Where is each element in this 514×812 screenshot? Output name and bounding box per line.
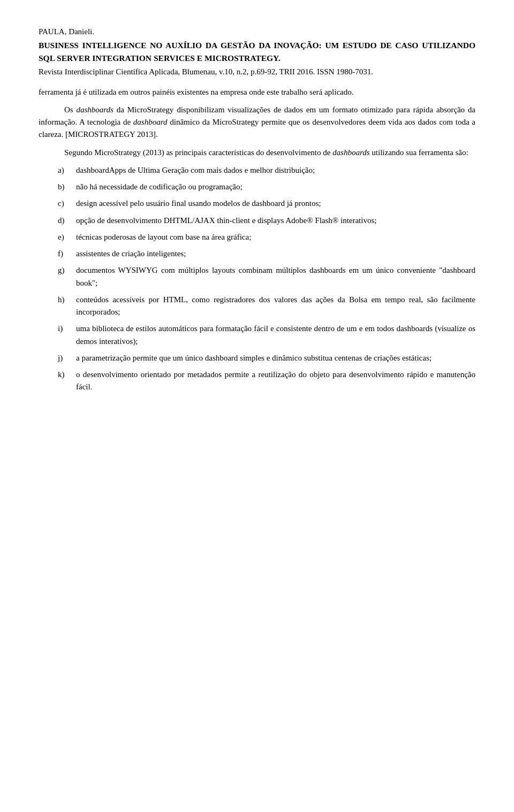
list-item-label: c) (58, 197, 76, 210)
p3-italic: dashboards (332, 148, 369, 157)
list-item-content: a parametrização permite que um único da… (76, 352, 475, 364)
list-item: e)técnicas poderosas de layout com base … (58, 231, 475, 243)
list-item-content: não há necessidade de codificação ou pro… (76, 181, 475, 193)
list-item-label: f) (58, 248, 76, 260)
list-item-label: g) (58, 264, 76, 277)
header-block: PAULA, Danieli. BUSINESS INTELLIGENCE NO… (39, 26, 475, 79)
list-item: b)não há necessidade de codificação ou p… (58, 181, 475, 193)
header-journal: Revista Interdisciplinar Científica Apli… (39, 66, 475, 78)
list-item-label: e) (58, 231, 76, 243)
list-item-label: k) (58, 369, 76, 381)
paragraph-1-text: ferramenta já é utilizada em outros pain… (39, 88, 354, 96)
p3-before: Segundo MicroStrategy (2013) as principa… (64, 148, 332, 157)
list-item: k)o desenvolvimento orientado por metada… (58, 369, 475, 394)
list-item-content: assistentes de criação inteligentes; (76, 248, 475, 260)
list-item-label: d) (58, 215, 76, 227)
page: PAULA, Danieli. BUSINESS INTELLIGENCE NO… (0, 0, 514, 812)
p2-before-italic: Os (64, 105, 76, 114)
list-item-label: i) (58, 323, 76, 335)
list-item: c)design acessível pelo usuário final us… (58, 197, 475, 210)
list-item-content: uma biblioteca de estilos automáticos pa… (76, 323, 475, 348)
list-item-content: conteúdos acessíveis por HTML, como regi… (76, 294, 475, 319)
paragraph-3-intro: Segundo MicroStrategy (2013) as principa… (39, 147, 475, 159)
list-item-label: b) (58, 181, 76, 193)
list-item: j)a parametrização permite que um único … (58, 352, 475, 364)
header-title: BUSINESS INTELLIGENCE NO AUXÍLIO DA GEST… (39, 39, 475, 65)
p2-italic1: dashboards (76, 105, 113, 114)
list-item-content: opção de desenvolvimento DHTML/AJAX thin… (76, 215, 475, 227)
list-item-content: design acessível pelo usuário final usan… (76, 197, 475, 210)
list-item: h)conteúdos acessíveis por HTML, como re… (58, 294, 475, 319)
p2-italic2: dashboard (133, 118, 168, 126)
list-item: f)assistentes de criação inteligentes; (58, 248, 475, 260)
header-authors: PAULA, Danieli. (39, 26, 475, 38)
list-item-content: técnicas poderosas de layout com base na… (76, 231, 475, 243)
list-item: g)documentos WYSIWYG com múltiplos layou… (58, 264, 475, 289)
list-item-label: h) (58, 294, 76, 306)
list-item: d)opção de desenvolvimento DHTML/AJAX th… (58, 215, 475, 227)
characteristics-list: a)dashboardApps de Ultima Geração com ma… (58, 164, 475, 394)
p3-after: utilizando sua ferramenta são: (370, 148, 468, 157)
paragraph-2: Os dashboards da MicroStrategy disponibi… (39, 104, 475, 141)
list-item-label: a) (58, 164, 76, 177)
paragraph-1: ferramenta já é utilizada em outros pain… (39, 86, 475, 98)
list-item-content: documentos WYSIWYG com múltiplos layouts… (76, 264, 475, 289)
list-item: i)uma biblioteca de estilos automáticos … (58, 323, 475, 348)
list-item-content: o desenvolvimento orientado por metadado… (76, 369, 475, 394)
list-item: a)dashboardApps de Ultima Geração com ma… (58, 164, 475, 177)
list-item-content: dashboardApps de Ultima Geração com mais… (76, 164, 475, 177)
list-item-label: j) (58, 352, 76, 364)
